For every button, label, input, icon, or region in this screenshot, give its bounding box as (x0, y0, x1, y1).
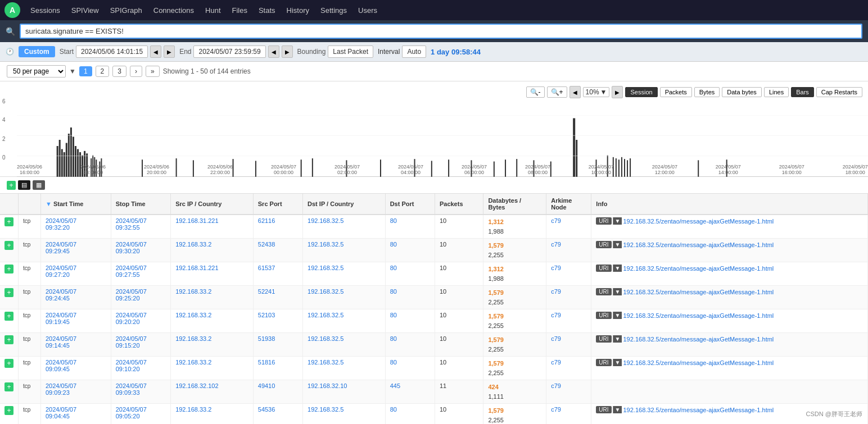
page-3-btn[interactable]: 3 (112, 66, 126, 77)
view-databytes-btn[interactable]: Data bytes (722, 87, 762, 97)
end-value[interactable]: 2024/05/07 23:59:59 (193, 45, 265, 58)
nav-spiview[interactable]: SPIView (66, 3, 105, 18)
col-start-time[interactable]: ▼Start Time (41, 194, 111, 215)
nav-stats[interactable]: Stats (253, 3, 281, 18)
row-add-btn[interactable]: + (4, 217, 13, 226)
dst-ip-cell[interactable]: 192.168.32.5 (303, 333, 386, 357)
info-url[interactable]: 192.168.32.5/zentao/message-ajaxGetMessa… (623, 265, 774, 272)
src-ip-cell[interactable]: 192.168.31.221 (171, 262, 254, 286)
src-ip-cell[interactable]: 192.168.33.2 (171, 239, 254, 262)
dst-port-cell[interactable]: 80 (385, 239, 435, 262)
bounding-value[interactable]: Last Packet (328, 45, 373, 58)
src-port-cell[interactable]: 49410 (253, 380, 302, 404)
src-port-cell[interactable]: 61537 (253, 262, 302, 286)
col-node[interactable]: ArkimeNode (546, 194, 591, 215)
row-add-btn[interactable]: + (4, 382, 13, 391)
col-src-ip[interactable]: Src IP / Country (171, 194, 254, 215)
info-url[interactable]: 192.168.32.5/zentao/message-ajaxGetMessa… (623, 407, 774, 413)
col-stop-time[interactable]: Stop Time (111, 194, 170, 215)
per-page-select[interactable]: 50 per page 100 per page 200 per page (7, 65, 66, 77)
zoom-in-btn[interactable]: 🔍+ (547, 86, 567, 98)
nav-settings[interactable]: Settings (315, 3, 352, 18)
start-value[interactable]: 2024/05/06 14:01:15 (76, 45, 148, 58)
col-view-table-btn[interactable]: ▤ (18, 180, 30, 190)
nav-connections[interactable]: Connections (148, 3, 200, 18)
add-global-btn[interactable]: + (7, 181, 16, 190)
dst-port-cell[interactable]: 80 (385, 286, 435, 309)
src-ip-cell[interactable]: 192.168.33.2 (171, 286, 254, 309)
node-cell[interactable]: c79 (546, 309, 591, 333)
dst-port-cell[interactable]: 445 (385, 380, 435, 404)
chart-prev-btn[interactable]: ◀ (569, 86, 581, 98)
info-url[interactable]: 192.168.32.5/zentao/message-ajaxGetMessa… (623, 289, 774, 295)
src-port-cell[interactable]: 52438 (253, 239, 302, 262)
node-cell[interactable]: c79 (546, 239, 591, 262)
src-port-cell[interactable]: 51816 (253, 357, 302, 380)
dst-port-cell[interactable]: 80 (385, 215, 435, 239)
node-cell[interactable]: c79 (546, 286, 591, 309)
dst-ip-cell[interactable]: 192.168.32.5 (303, 215, 386, 239)
nav-history[interactable]: History (281, 3, 315, 18)
dst-ip-cell[interactable]: 192.168.32.10 (303, 380, 386, 404)
dst-ip-cell[interactable]: 192.168.32.5 (303, 262, 386, 286)
uri-btn[interactable]: URI (596, 359, 611, 366)
uri-dropdown-btn[interactable]: ▼ (613, 312, 622, 319)
info-url[interactable]: 192.168.32.5/zentao/message-ajaxGetMessa… (623, 336, 774, 343)
src-port-cell[interactable]: 51938 (253, 333, 302, 357)
src-port-cell[interactable]: 52103 (253, 309, 302, 333)
src-ip-cell[interactable]: 192.168.31.221 (171, 215, 254, 239)
node-cell[interactable]: c79 (546, 357, 591, 380)
zoom-out-btn[interactable]: 🔍- (526, 86, 545, 98)
page-2-btn[interactable]: 2 (96, 66, 110, 77)
start-prev-btn[interactable]: ◀ (150, 45, 161, 58)
dst-port-cell[interactable]: 80 (385, 404, 435, 425)
nav-files[interactable]: Files (227, 3, 253, 18)
dst-port-cell[interactable]: 80 (385, 262, 435, 286)
row-add-btn[interactable]: + (4, 312, 13, 321)
row-add-btn[interactable]: + (4, 241, 13, 250)
view-bytes-btn[interactable]: Bytes (694, 87, 720, 97)
uri-dropdown-btn[interactable]: ▼ (613, 359, 622, 366)
col-packets[interactable]: Packets (435, 194, 483, 215)
nav-spigraph[interactable]: SPIGraph (105, 3, 148, 18)
interval-value[interactable]: Auto (402, 45, 426, 58)
row-add-btn[interactable]: + (4, 406, 13, 415)
info-url[interactable]: 192.168.32.5/zentao/message-ajaxGetMessa… (623, 241, 774, 248)
end-prev-btn[interactable]: ◀ (268, 45, 279, 58)
start-next-btn[interactable]: ▶ (164, 45, 175, 58)
dst-ip-cell[interactable]: 192.168.32.5 (303, 239, 386, 262)
node-cell[interactable]: c79 (546, 262, 591, 286)
view-packets-btn[interactable]: Packets (660, 87, 692, 97)
uri-dropdown-btn[interactable]: ▼ (613, 406, 622, 413)
row-add-btn[interactable]: + (4, 335, 13, 344)
uri-btn[interactable]: URI (596, 241, 611, 248)
dst-ip-cell[interactable]: 192.168.32.5 (303, 286, 386, 309)
view-session-btn[interactable]: Session (625, 87, 657, 97)
dst-port-cell[interactable]: 80 (385, 357, 435, 380)
src-ip-cell[interactable]: 192.168.33.2 (171, 357, 254, 380)
time-mode-label[interactable]: Custom (19, 46, 55, 57)
node-cell[interactable]: c79 (546, 380, 591, 404)
src-port-cell[interactable]: 54536 (253, 404, 302, 425)
uri-dropdown-btn[interactable]: ▼ (613, 335, 622, 343)
dst-ip-cell[interactable]: 192.168.32.5 (303, 309, 386, 333)
src-ip-cell[interactable]: 192.168.33.2 (171, 333, 254, 357)
row-add-btn[interactable]: + (4, 288, 13, 297)
view-bars-btn[interactable]: Bars (791, 87, 814, 97)
uri-btn[interactable]: URI (596, 217, 611, 225)
src-ip-cell[interactable]: 192.168.33.2 (171, 404, 254, 425)
nav-hunt[interactable]: Hunt (200, 3, 226, 18)
col-dst-ip[interactable]: Dst IP / Country (303, 194, 386, 215)
col-view-detail-btn[interactable]: ▦ (33, 180, 45, 190)
nav-users[interactable]: Users (352, 3, 383, 18)
view-lines-btn[interactable]: Lines (764, 87, 789, 97)
page-1-btn[interactable]: 1 (79, 66, 92, 76)
end-next-btn[interactable]: ▶ (282, 45, 293, 58)
chart-next-btn[interactable]: ▶ (612, 86, 623, 98)
uri-dropdown-btn[interactable]: ▼ (613, 288, 622, 295)
uri-btn[interactable]: URI (596, 406, 611, 413)
uri-btn[interactable]: URI (596, 288, 611, 295)
page-next-btn[interactable]: › (130, 66, 142, 77)
dst-port-cell[interactable]: 80 (385, 309, 435, 333)
src-ip-cell[interactable]: 192.168.33.2 (171, 309, 254, 333)
